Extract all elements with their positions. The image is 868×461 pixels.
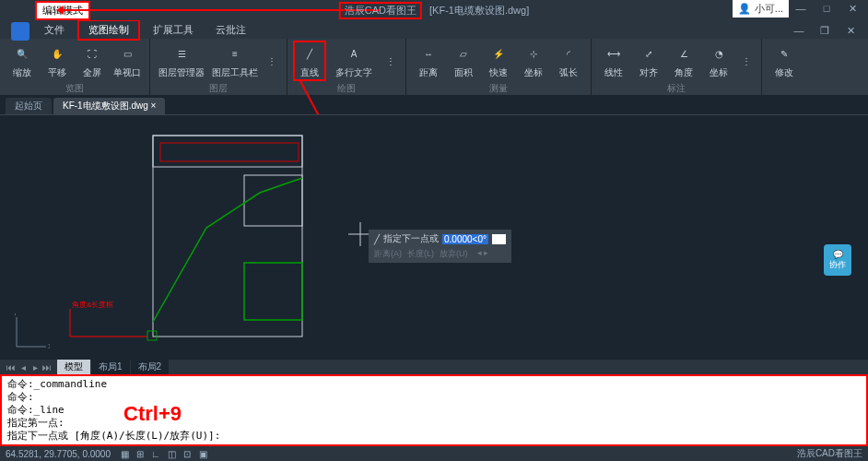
- tool-fast[interactable]: ⚡快速: [482, 41, 515, 81]
- ribbon-group-view: 🔍缩放 ✋平移 ⛶全屏 ▭单视口 览图: [0, 39, 150, 95]
- nav-first-icon[interactable]: ⏮: [6, 362, 17, 372]
- tool-single-viewport[interactable]: ▭单视口: [111, 41, 144, 81]
- nav-prev-icon[interactable]: ◂: [18, 362, 29, 372]
- status-toggle-2[interactable]: ⊞: [134, 449, 147, 459]
- command-window[interactable]: 命令:_commandline 命令: 命令:_line 指定第一点: 指定下一…: [0, 374, 868, 446]
- coord-icon: ⊹: [522, 43, 545, 65]
- tool-distance[interactable]: ↔距离: [412, 41, 445, 81]
- tool-zoom[interactable]: 🔍缩放: [6, 41, 39, 81]
- tool-draw-extra[interactable]: ⋮: [381, 41, 400, 81]
- svg-text:X: X: [48, 342, 50, 350]
- tab-layout2[interactable]: 布局2: [131, 360, 170, 374]
- inner-close-button[interactable]: ✕: [839, 22, 862, 39]
- tool-layer-extra[interactable]: ⋮: [263, 41, 281, 81]
- tool-arc[interactable]: ◜弧长: [552, 41, 585, 81]
- fullscreen-icon: ⛶: [81, 43, 103, 65]
- menu-cloud[interactable]: 云批注: [206, 21, 255, 39]
- nav-next-icon[interactable]: ▸: [29, 362, 41, 372]
- shortcut-annotation: Ctrl+9: [123, 402, 182, 426]
- annot-dropdown-icon: ⋮: [735, 50, 757, 72]
- menu-view-draw[interactable]: 览图绘制: [77, 19, 140, 41]
- fast-icon: ⚡: [487, 43, 510, 65]
- tab-model[interactable]: 模型: [57, 360, 90, 374]
- document-filename: [KF-1电缆敷设图.dwg]: [429, 4, 529, 18]
- drawing-canvas[interactable]: 角度&长度框 ╱ 指定下一点或 0.0000<0° 距离(A) 长度(L) 放弃…: [0, 114, 868, 360]
- collaborate-button[interactable]: 💬 协作: [824, 244, 851, 276]
- opt-length[interactable]: 长度(L): [407, 248, 434, 260]
- distance-icon: ↔: [417, 43, 440, 65]
- text-icon: A: [343, 43, 365, 65]
- tool-fullscreen[interactable]: ⛶全屏: [76, 41, 109, 81]
- user-box[interactable]: 👤 小可...: [733, 0, 789, 18]
- menu-ext-tools[interactable]: 扩展工具: [144, 21, 203, 39]
- tool-annot-extra[interactable]: ⋮: [737, 41, 756, 81]
- tool-mtext[interactable]: A多行文字: [328, 41, 380, 81]
- status-toggle-5[interactable]: ⊡: [181, 449, 194, 459]
- tool-layer-manager[interactable]: ☰图层管理器: [156, 41, 207, 81]
- tool-radius[interactable]: ◔坐标: [702, 41, 735, 81]
- status-toggle-4[interactable]: ◫: [165, 449, 178, 459]
- tool-area[interactable]: ▱面积: [447, 41, 480, 81]
- menu-file[interactable]: 文件: [35, 21, 74, 39]
- layout-tabs: ⏮◂▸⏭ 模型 布局1 布局2: [0, 360, 868, 374]
- radius-icon: ◔: [708, 43, 730, 65]
- app-logo-icon[interactable]: [11, 22, 29, 41]
- tool-pan[interactable]: ✋平移: [41, 41, 74, 81]
- modify-icon: ✎: [773, 43, 795, 65]
- layers-icon: ☰: [170, 43, 193, 65]
- tool-modify[interactable]: ✎修改: [768, 41, 801, 81]
- ribbon-group-annot: ⟷线性 ⤢对齐 ∠角度 ◔坐标 ⋮ 标注: [592, 39, 762, 95]
- zoom-icon: 🔍: [11, 43, 33, 65]
- ribbon-group-modify: ✎修改: [762, 39, 806, 95]
- arc-icon: ◜: [557, 43, 580, 65]
- minimize-button[interactable]: —: [789, 0, 813, 17]
- menubar: 文件 览图绘制 扩展工具 云批注 — ❐ ✕: [0, 20, 868, 39]
- tool-align[interactable]: ⤢对齐: [632, 41, 665, 81]
- coord-input[interactable]: 0.0000<0°: [442, 234, 488, 244]
- document-tabs: 起始页 KF-1电缆敷设图.dwg ×: [0, 96, 868, 114]
- svg-text:Y: Y: [13, 313, 18, 317]
- tool-angle[interactable]: ∠角度: [667, 41, 700, 81]
- app-name: 浩辰CAD看图王: [339, 2, 422, 19]
- status-toggle-6[interactable]: ▣: [196, 449, 209, 459]
- tool-coord[interactable]: ⊹坐标: [517, 41, 550, 81]
- layer-toolbar-icon: ≡: [224, 43, 246, 65]
- maximize-button[interactable]: □: [815, 0, 839, 17]
- titlebar: 编辑模式 浩辰CAD看图王 [KF-1电缆敷设图.dwg] 👤 小可... — …: [0, 0, 868, 20]
- align-dim-icon: ⤢: [638, 43, 660, 65]
- user-icon: 👤: [738, 3, 751, 15]
- statusbar: 64.5281, 29.7705, 0.0000 ▦ ⊞ ∟ ◫ ⊡ ▣ 浩辰C…: [0, 446, 868, 461]
- tab-close-icon[interactable]: ×: [151, 100, 157, 111]
- area-icon: ▱: [452, 43, 475, 65]
- status-coords: 64.5281, 29.7705, 0.0000: [6, 449, 111, 459]
- tool-linear[interactable]: ⟷线性: [597, 41, 630, 81]
- svg-text:角度&长度框: 角度&长度框: [72, 301, 113, 309]
- chat-icon: 💬: [833, 250, 843, 259]
- close-button[interactable]: ✕: [840, 0, 864, 17]
- opt-distance[interactable]: 距离(A): [374, 248, 402, 260]
- status-toggle-3[interactable]: ∟: [149, 449, 162, 459]
- nav-last-icon[interactable]: ⏭: [41, 362, 53, 372]
- tab-document[interactable]: KF-1电缆敷设图.dwg ×: [53, 98, 165, 114]
- inner-minimize-button[interactable]: —: [787, 22, 811, 39]
- tool-layer-toolbar[interactable]: ≡图层工具栏: [209, 41, 261, 81]
- opt-undo[interactable]: 放弃(U): [440, 248, 468, 260]
- svg-rect-4: [244, 263, 302, 320]
- draw-dropdown-icon: ⋮: [380, 50, 402, 72]
- prev-icon[interactable]: ◂: [477, 248, 482, 260]
- tab-start[interactable]: 起始页: [6, 98, 52, 114]
- inner-restore-button[interactable]: ❐: [813, 22, 837, 39]
- status-brand: 浩辰CAD看图王: [797, 447, 862, 460]
- angle-icon: ∠: [673, 43, 695, 65]
- tab-layout1[interactable]: 布局1: [91, 360, 130, 374]
- status-toggle-1[interactable]: ▦: [118, 449, 131, 459]
- ribbon: 🔍缩放 ✋平移 ⛶全屏 ▭单视口 览图 ☰图层管理器 ≡图层工具栏 ⋮ 图层 ╱…: [0, 39, 868, 96]
- prompt-label: 指定下一点或: [383, 232, 439, 245]
- tool-line[interactable]: ╱直线: [293, 41, 326, 81]
- svg-rect-5: [160, 143, 299, 161]
- svg-rect-1: [153, 136, 302, 337]
- svg-rect-2: [153, 136, 302, 167]
- next-icon[interactable]: ▸: [484, 248, 488, 260]
- ribbon-group-measure: ↔距离 ▱面积 ⚡快速 ⊹坐标 ◜弧长 测量: [406, 39, 592, 95]
- coord-input-2[interactable]: [492, 234, 506, 244]
